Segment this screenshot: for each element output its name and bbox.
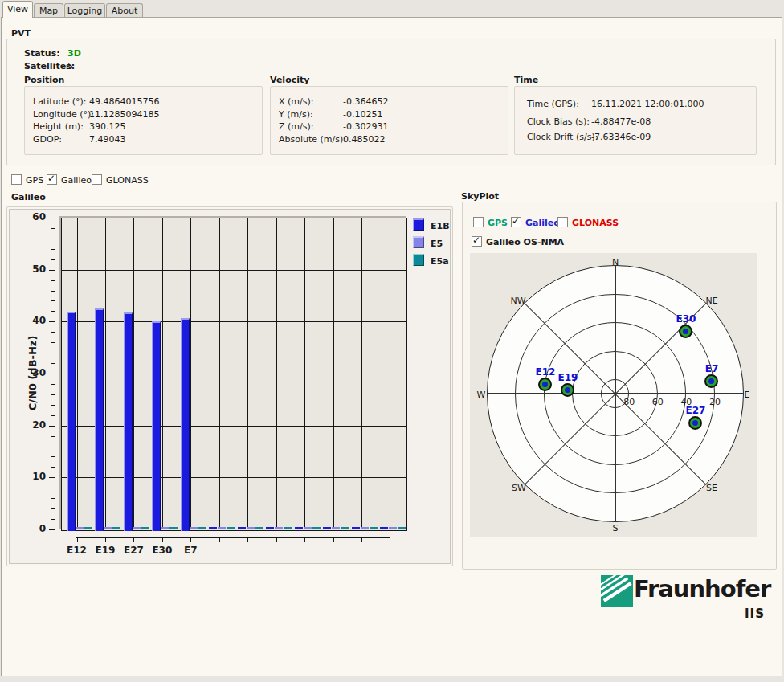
compass-label-E: E <box>735 390 759 400</box>
satellite-core-E7 <box>708 378 714 384</box>
satellite-marker-E19 <box>561 383 574 397</box>
satellite-core-E12 <box>542 382 548 387</box>
satellite-core-E19 <box>565 387 570 393</box>
satellite-core-E30 <box>683 329 688 334</box>
compass-label-NE: NE <box>700 296 724 306</box>
satellite-label-E27: E27 <box>683 405 708 416</box>
satellite-label-E30: E30 <box>673 313 699 325</box>
compass-label-SE: SE <box>700 483 724 493</box>
compass-label-N: N <box>603 257 627 267</box>
tab-view[interactable]: View <box>2 1 33 18</box>
compass-label-SW: SW <box>507 483 531 493</box>
compass-label-S: S <box>603 523 627 533</box>
satellite-label-E7: E7 <box>699 363 725 374</box>
satellite-marker-E30 <box>679 325 692 338</box>
compass-label-W: W <box>469 390 493 400</box>
satellite-label-E19: E19 <box>555 372 581 383</box>
satellite-core-E27 <box>692 420 698 426</box>
skyplot-render-layer: 80604020NNEESESSWWNWE12E19E30E7E27 <box>0 0 784 682</box>
application-window: View Map Logging About PVT Status: 3D Sa… <box>0 0 784 682</box>
satellite-marker-E12 <box>538 378 552 391</box>
satellite-marker-E7 <box>704 374 718 388</box>
compass-label-NW: NW <box>506 296 530 306</box>
satellite-marker-E27 <box>688 416 702 430</box>
